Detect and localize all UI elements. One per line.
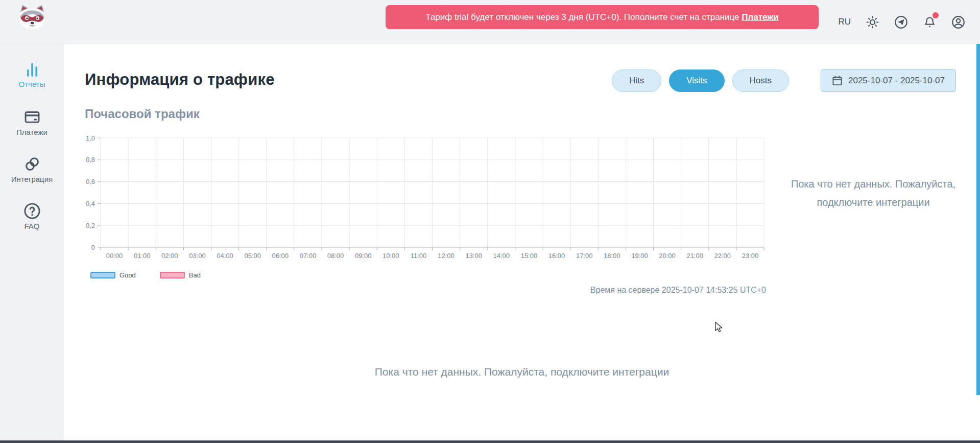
svg-text:11:00: 11:00 [411, 252, 427, 260]
svg-text:0,4: 0,4 [86, 200, 95, 207]
svg-text:0,2: 0,2 [86, 222, 95, 229]
svg-text:17:00: 17:00 [576, 252, 593, 260]
svg-text:03:00: 03:00 [189, 252, 206, 260]
raccoon-logo-icon[interactable] [14, 4, 50, 30]
sidebar-item-integration[interactable]: Интеграция [0, 155, 64, 183]
top-bar: Тариф trial будет отключен через 3 дня (… [0, 0, 980, 44]
sidebar-item-payments[interactable]: Платежи [0, 108, 64, 136]
svg-text:0,6: 0,6 [86, 178, 95, 185]
mouse-cursor [713, 321, 725, 333]
vertical-scrollbar-thumb[interactable] [976, 44, 980, 395]
notifications-bell-icon[interactable] [923, 15, 937, 29]
legend-swatch-good [90, 272, 115, 278]
sidebar-item-reports[interactable]: Отчеты [0, 60, 64, 88]
topbar-actions: RU [838, 0, 965, 44]
svg-text:09:00: 09:00 [355, 252, 372, 260]
bottom-edge-bar [0, 440, 980, 443]
calendar-icon [832, 75, 843, 86]
svg-text:19:00: 19:00 [631, 252, 648, 260]
svg-text:22:00: 22:00 [714, 252, 731, 260]
svg-text:07:00: 07:00 [300, 252, 317, 260]
svg-text:15:00: 15:00 [521, 252, 538, 260]
svg-text:1,0: 1,0 [86, 134, 95, 142]
trial-warning-banner: Тариф trial будет отключен через 3 дня (… [386, 5, 819, 29]
svg-text:18:00: 18:00 [604, 252, 620, 260]
tab-hosts[interactable]: Hosts [732, 69, 789, 92]
credit-card-icon [23, 108, 41, 126]
svg-text:21:00: 21:00 [686, 252, 703, 260]
bar-chart-icon [23, 60, 41, 78]
legend-swatch-bad [160, 272, 185, 278]
svg-text:20:00: 20:00 [659, 252, 676, 260]
tab-visits[interactable]: Visits [669, 69, 724, 92]
chart-section-title: Почасовой трафик [85, 107, 200, 121]
sidebar-item-label: Платежи [16, 128, 47, 136]
svg-text:16:00: 16:00 [548, 252, 565, 260]
svg-text:06:00: 06:00 [272, 252, 289, 260]
svg-text:0,8: 0,8 [86, 156, 95, 164]
server-time: Время на сервере 2025-10-07 14:53:25 UTC… [590, 286, 766, 295]
notification-badge [933, 12, 939, 18]
svg-text:12:00: 12:00 [438, 252, 455, 260]
page-title: Информация о трафике [85, 71, 275, 89]
payments-link[interactable]: Платежи [742, 12, 779, 22]
svg-text:0: 0 [91, 244, 95, 251]
sidebar-item-label: Интеграция [11, 175, 53, 183]
link-icon [23, 155, 41, 173]
svg-text:13:00: 13:00 [465, 252, 482, 260]
sidebar-item-faq[interactable]: FAQ [0, 202, 64, 230]
svg-text:10:00: 10:00 [383, 252, 399, 260]
svg-text:00:00: 00:00 [106, 252, 123, 260]
telegram-icon[interactable] [894, 15, 908, 29]
sidebar: Отчеты Платежи Интеграция FAQ [0, 44, 64, 443]
legend-label-good: Good [119, 271, 136, 279]
traffic-metric-tabs: Hits Visits Hosts [612, 69, 789, 92]
theme-sun-icon[interactable] [866, 15, 879, 29]
date-range-picker[interactable]: 2025-10-07 - 2025-10-07 [821, 69, 956, 92]
legend-label-bad: Bad [189, 271, 201, 279]
sidebar-item-label: Отчеты [19, 80, 45, 88]
svg-text:08:00: 08:00 [327, 252, 344, 260]
svg-text:01:00: 01:00 [134, 252, 151, 260]
chart-legend: Good Bad [90, 271, 201, 279]
profile-icon[interactable] [951, 15, 965, 29]
svg-text:04:00: 04:00 [217, 252, 233, 260]
no-data-message-bottom: Пока что нет данных. Пожалуйста, подключ… [64, 366, 980, 378]
svg-text:02:00: 02:00 [161, 252, 178, 260]
svg-text:14:00: 14:00 [493, 252, 510, 260]
banner-text: Тариф trial будет отключен через 3 дня (… [425, 12, 742, 22]
date-range-value: 2025-10-07 - 2025-10-07 [848, 76, 945, 86]
question-circle-icon [23, 202, 41, 220]
hourly-traffic-chart: 00,20,40,60,81,000:0001:0002:0003:0004:0… [77, 132, 771, 270]
svg-text:23:00: 23:00 [742, 252, 759, 260]
svg-text:05:00: 05:00 [244, 252, 261, 260]
no-data-message-side: Пока что нет данных. Пожалуйста, подключ… [789, 175, 958, 212]
language-switcher[interactable]: RU [838, 17, 851, 27]
tab-hits[interactable]: Hits [612, 69, 661, 92]
sidebar-item-label: FAQ [24, 222, 39, 230]
